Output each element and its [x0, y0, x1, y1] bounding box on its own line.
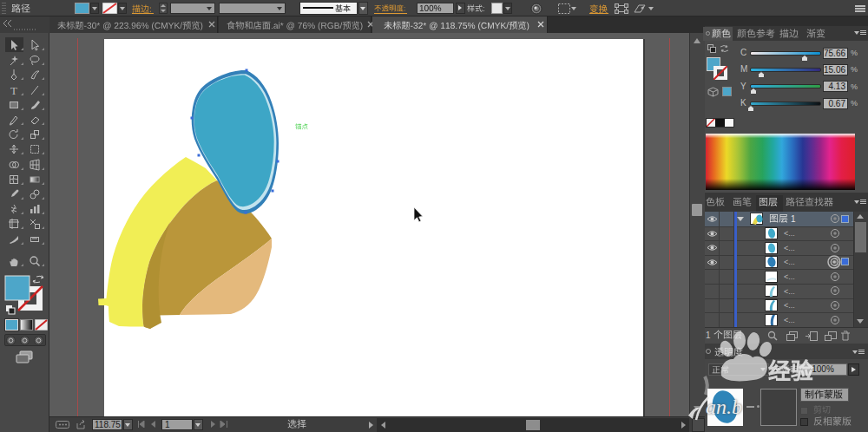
- svg-text:T: T: [10, 84, 17, 96]
